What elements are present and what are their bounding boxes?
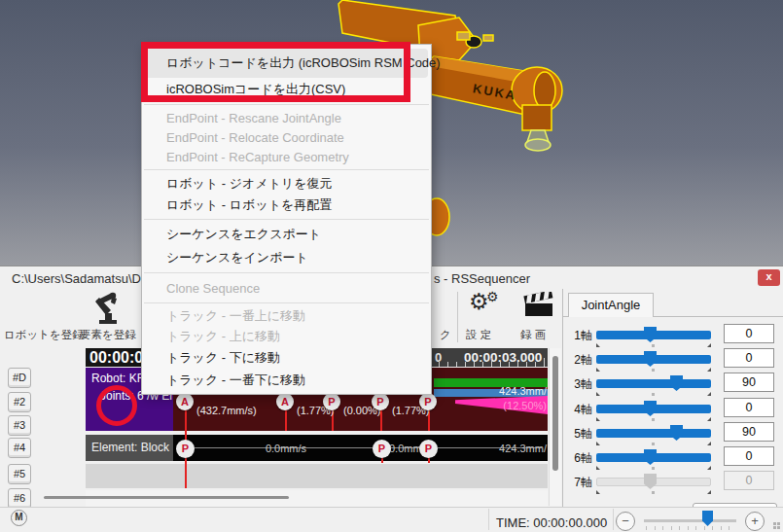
ruler-tick: [500, 362, 501, 367]
clapperboard-icon[interactable]: [522, 292, 555, 321]
slider-thumb[interactable]: [670, 375, 683, 391]
zoom-tick: [671, 526, 672, 530]
zoom-in-icon[interactable]: +: [745, 512, 765, 531]
joint-slider[interactable]: [596, 425, 711, 442]
menu-item: トラック - 上に移動: [142, 326, 431, 347]
menu-item[interactable]: シーケンスをエクスポート: [142, 223, 431, 246]
joint-value-field[interactable]: 0: [724, 398, 774, 417]
settings-button[interactable]: 設 定: [466, 328, 491, 342]
close-icon[interactable]: x: [758, 269, 780, 286]
keyframe-marker-a[interactable]: A: [276, 393, 294, 410]
track-tab-d[interactable]: #D: [8, 368, 31, 388]
register-robot-button[interactable]: ロボットを登録: [4, 328, 84, 342]
slider-tick-left: [596, 392, 600, 396]
zoom-tick: [695, 526, 696, 530]
track-row-5[interactable]: [86, 464, 548, 488]
joint-value-field[interactable]: 90: [724, 372, 774, 392]
slider-thumb[interactable]: [644, 449, 657, 465]
toolbar-separator: [457, 292, 458, 342]
slider-thumb[interactable]: [644, 351, 657, 367]
joint-value-field[interactable]: 0: [724, 446, 774, 466]
menu-item[interactable]: トラック - 下に移動: [142, 347, 431, 369]
resize-grip-icon[interactable]: [773, 522, 776, 525]
slider-tick-left: [596, 490, 600, 494]
time-status: TIME: 00:00:00.000: [496, 515, 607, 530]
joint-slider[interactable]: [596, 401, 711, 417]
record-button[interactable]: 録 画: [520, 328, 546, 342]
window-title-path: C:\Users\Sadamatsu\De: [12, 271, 148, 286]
vertical-scrollbar-thumb[interactable]: [552, 356, 558, 471]
element-speed-label: 424.3mm/: [488, 443, 547, 454]
menu-item[interactable]: ロボット - ジオメトリを復元: [142, 173, 431, 195]
menu-item[interactable]: ロボット - ロボットを再配置: [142, 195, 431, 216]
keyframe-marker-p[interactable]: P: [372, 393, 389, 410]
joint-value-field: 0: [724, 471, 774, 490]
slider-tick-left: [596, 466, 600, 470]
robot-arm-icon[interactable]: [86, 290, 130, 325]
zoom-tick: [679, 526, 680, 530]
joint-label: 2軸: [566, 352, 592, 369]
zoom-tick: [704, 526, 705, 530]
joint-label: 5軸: [566, 426, 592, 443]
ruler-end-time: 00:00:03.000: [464, 350, 542, 365]
ruler-tick: [482, 362, 483, 367]
zoom-tick: [729, 526, 730, 530]
ruler-tick: [544, 358, 545, 367]
slider-tick-left: [596, 417, 600, 421]
annotation-circle: [96, 385, 137, 426]
menu-item[interactable]: トラック - 一番下に移動: [142, 369, 431, 392]
statusbar-separator: [613, 509, 614, 530]
joint-slider: [596, 474, 711, 490]
joint-slider[interactable]: [596, 351, 711, 368]
zoom-tick: [721, 526, 722, 530]
joint-value-field[interactable]: 0: [724, 324, 774, 343]
slider-tick-right: [707, 490, 711, 494]
toolbar-partial-label[interactable]: ク: [440, 328, 451, 342]
ruler-tick: [535, 362, 536, 367]
keyframe-marker-p[interactable]: P: [323, 393, 340, 410]
menu-item: トラック - 一番上に移動: [142, 306, 431, 326]
horizontal-scrollbar-thumb[interactable]: [44, 496, 289, 499]
joint-slider[interactable]: [596, 327, 711, 343]
keyframe-marker-p[interactable]: P: [373, 440, 391, 458]
slider-thumb[interactable]: [644, 327, 657, 342]
slider-thumb[interactable]: [670, 425, 683, 441]
ruler-tick: [491, 358, 492, 367]
motion-speed-label: 424.3mm/: [488, 385, 547, 397]
slider-tick-center: [652, 369, 655, 372]
keyframe-marker-p[interactable]: P: [419, 440, 438, 458]
slider-tick-right: [707, 417, 711, 421]
track-tab-4[interactable]: #4: [8, 438, 31, 458]
track-tab-2[interactable]: #2: [8, 392, 31, 412]
slider-tick-center: [652, 393, 655, 396]
joint-row: 5軸90: [566, 422, 776, 445]
zoom-out-icon[interactable]: −: [616, 512, 635, 531]
slider-thumb[interactable]: [644, 401, 657, 416]
joint-slider[interactable]: [596, 375, 711, 392]
track-tab-3[interactable]: #3: [8, 415, 31, 436]
zoom-slider-track[interactable]: [644, 519, 736, 522]
ruler-tick: [447, 362, 448, 367]
keyframe-marker-a[interactable]: A: [176, 393, 194, 410]
joint-row: 6軸0: [566, 446, 776, 470]
slider-tick-right: [707, 442, 711, 445]
joint-row: 3軸90: [566, 372, 776, 396]
joint-value-field[interactable]: 90: [724, 422, 774, 442]
keyframe-marker-p[interactable]: P: [419, 393, 437, 410]
track-tab-6[interactable]: #6: [8, 488, 31, 509]
marker-label: (432.7mm/s): [196, 405, 257, 416]
mode-m-icon[interactable]: M: [11, 510, 27, 526]
zoom-tick: [688, 526, 689, 530]
joint-label: 7軸: [566, 475, 592, 491]
element-track-title: Element: Block: [91, 441, 169, 454]
keyframe-marker-p[interactable]: P: [176, 440, 195, 458]
register-element-button[interactable]: 要素を登録: [80, 328, 136, 342]
track-tab-5[interactable]: #5: [8, 464, 31, 484]
tab-jointangle[interactable]: JointAngle: [568, 293, 654, 317]
slider-tick-center: [652, 443, 655, 445]
joint-slider[interactable]: [596, 449, 711, 466]
joint-label: 4軸: [566, 402, 592, 418]
zoom-tick: [662, 526, 663, 530]
menu-item[interactable]: シーケンスをインポート: [142, 246, 431, 269]
joint-value-field[interactable]: 0: [724, 348, 774, 368]
